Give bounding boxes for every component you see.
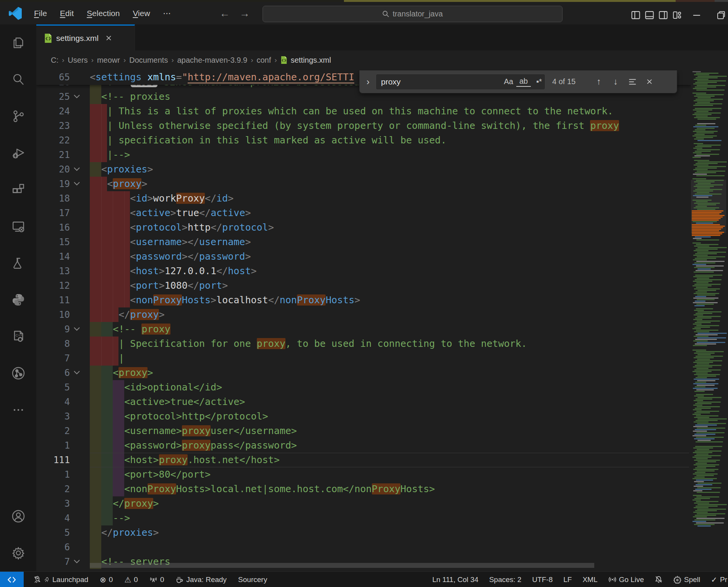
activity-settings-gear-icon[interactable] [0,535,36,571]
fold-chevron-icon[interactable] [73,370,81,376]
line-number[interactable]: 18 [36,191,70,206]
line-number[interactable]: 5 [36,525,70,540]
line-number[interactable]: 10 [36,307,70,322]
line-number[interactable]: 2 [36,482,70,496]
code-line[interactable]: 5 </proxies> [36,525,728,540]
code-line[interactable]: 9 <!-- proxy [36,322,728,337]
fold-chevron-icon[interactable] [73,166,81,172]
line-number[interactable]: 4 [36,395,70,409]
code-line[interactable]: 11 <nonProxyHosts>localhost</nonProxyHos… [36,293,728,307]
remote-indicator-button[interactable] [0,572,24,587]
status-item-utf-8[interactable]: UTF-8 [532,576,553,584]
line-number[interactable]: 4 [36,511,70,525]
code-line[interactable]: 19 <proxy> [36,177,728,191]
activity-extensions-icon[interactable] [0,171,36,208]
breadcrumb-segment[interactable]: Documents [129,56,168,65]
code-line[interactable]: 4 <active>true</active> [36,395,728,409]
line-number[interactable]: 6 [36,366,70,380]
line-number[interactable]: 15 [36,235,70,249]
code-line[interactable]: 5 <id>optional</id> [36,380,728,395]
find-close-button[interactable] [642,75,656,89]
line-number[interactable]: 13 [36,264,70,278]
line-number[interactable]: 11 [36,293,70,307]
command-center-search[interactable]: translator_java [263,6,563,22]
nav-forward-button[interactable]: → [237,5,252,22]
line-number[interactable]: 7 [36,351,70,366]
status-item-sourcery[interactable]: Sourcery [238,576,267,584]
line-number[interactable]: 2 [36,424,70,438]
line-number[interactable]: 111 [36,453,70,467]
tab-settings-xml[interactable]: settings.xml [36,24,135,50]
code-line[interactable]: 2 <username>proxyuser</username> [36,424,728,438]
restore-button[interactable] [714,8,728,23]
find-replace-toggle-chevron[interactable]: › [363,76,373,87]
minimize-button[interactable] [690,8,704,23]
code-line[interactable]: 4 --> [36,511,728,525]
status-item-0[interactable]: ⊗0 [100,575,113,584]
activity-testing-icon[interactable] [0,245,36,281]
find-previous-button[interactable]: ↑ [592,75,606,89]
activity-cpp-tools-icon[interactable]: C++ [0,318,36,355]
code-line[interactable]: 10 </proxy> [36,307,728,322]
activity-explorer-icon[interactable] [0,24,36,61]
activity-source-control-icon[interactable] [0,98,36,135]
code-line[interactable]: 22 | specification in this list marked a… [36,133,728,148]
breadcrumb-segment[interactable]: conf [257,56,271,65]
line-number[interactable]: 12 [36,278,70,293]
fold-chevron-icon[interactable] [73,326,81,332]
line-number[interactable]: 5 [36,380,70,395]
line-number[interactable]: 16 [36,220,70,235]
line-number[interactable]: 1 [36,467,70,482]
editor-pane[interactable]: 26 <!-- TODO Since when can proxies be s… [36,70,728,571]
breadcrumb-segment[interactable]: Users [68,56,88,65]
line-number[interactable]: 17 [36,206,70,220]
code-line[interactable]: 1 <port>80</port> [36,467,728,482]
line-number[interactable]: 19 [36,177,70,191]
line-number[interactable]: 14 [36,249,70,264]
code-line[interactable]: 1 <password>proxypass</password> [36,438,728,453]
status-item-xml[interactable]: XML [582,576,597,584]
code-line[interactable]: 21 |--> [36,148,728,162]
match-case-toggle[interactable]: Aa [501,77,516,86]
breadcrumb-segment[interactable]: meowr [97,56,120,65]
menu-view[interactable]: View [126,7,156,20]
horizontal-scrollbar[interactable] [90,563,594,568]
line-number[interactable]: 6 [36,540,70,554]
code-line[interactable]: 18 <id>workProxy</id> [36,191,728,206]
status-item-ln-111-col-34[interactable]: Ln 111, Col 34 [432,576,478,584]
line-number[interactable]: 7 [36,554,70,569]
code-line[interactable]: 15 <username></username> [36,235,728,249]
code-line[interactable]: 6 <proxy> [36,366,728,380]
activity-accounts-icon[interactable] [0,498,36,535]
code-line[interactable]: 16 <protocol>http</protocol> [36,220,728,235]
line-number[interactable]: 22 [36,133,70,148]
code-line[interactable]: 23 | Unless otherwise specified (by syst… [36,119,728,133]
toggle-panel-button[interactable] [642,8,656,23]
line-number[interactable]: 23 [36,119,70,133]
code-line[interactable]: 2 <nonProxyHosts>local.net|some.host.com… [36,482,728,496]
code-line[interactable]: 14 <password></password> [36,249,728,264]
activity-search-icon[interactable] [0,61,36,98]
regex-toggle[interactable]: ▪* [533,77,545,86]
code-line[interactable]: 8 | Specification for one proxy, to be u… [36,337,728,351]
activity-python-icon[interactable] [0,281,36,318]
breadcrumb-segment[interactable]: apache-maven-3.9.9 [177,56,247,65]
activity-git-graph-icon[interactable] [0,355,36,392]
status-item-launchpad[interactable]: Launchpad [33,576,88,584]
link-text[interactable]: http://maven.apache.org/SETTI [188,72,355,83]
find-next-button[interactable]: ↓ [609,75,623,89]
menu-file[interactable]: File [28,7,54,20]
status-item-0[interactable]: 0 [149,576,164,584]
line-number[interactable]: 1 [36,438,70,453]
line-number[interactable]: 3 [36,409,70,424]
activity-run-debug-icon[interactable] [0,135,36,171]
status-item-icon[interactable] [655,576,663,584]
activity-remote-explorer-icon[interactable] [0,208,36,245]
menu-[interactable]: ⋯ [157,7,178,20]
status-item-go-live[interactable]: Go Live [608,576,644,584]
breadcrumb-segment[interactable]: C: [51,56,58,65]
status-item-spaces-2[interactable]: Spaces: 2 [489,576,522,584]
status-item-lf[interactable]: LF [563,576,572,584]
line-number[interactable]: 3 [36,496,70,511]
status-item-pr[interactable]: ✓Pr [711,575,727,584]
